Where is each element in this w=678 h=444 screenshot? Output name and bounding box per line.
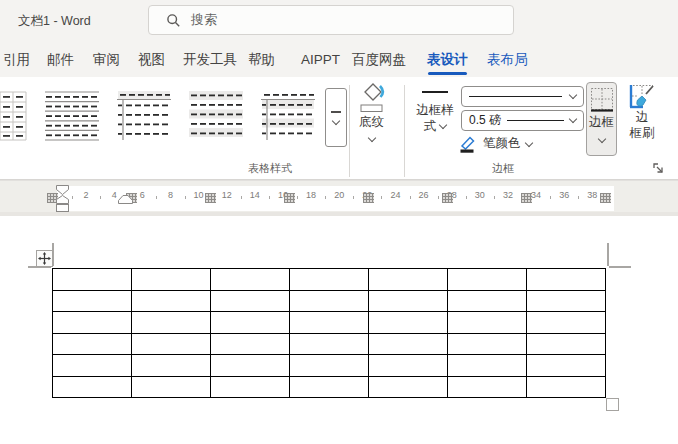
table-column-marker[interactable] (363, 193, 374, 203)
table-cell[interactable] (527, 312, 606, 334)
table-cell[interactable] (448, 334, 527, 356)
shading-label: 底纹 (359, 115, 384, 131)
chevron-down-icon (524, 139, 532, 147)
table-cell[interactable] (369, 377, 448, 399)
table-resize-handle[interactable] (606, 398, 619, 411)
table-cell[interactable] (211, 291, 290, 313)
table-cell[interactable] (132, 377, 211, 399)
ruler-tick (550, 196, 551, 199)
table-cell[interactable] (290, 377, 369, 399)
line-weight-preview (507, 120, 564, 122)
tab-view[interactable]: 视图 (138, 44, 165, 76)
pen-color-button[interactable]: 笔颜色 (459, 133, 539, 155)
document-table[interactable] (52, 268, 606, 398)
table-cell[interactable] (132, 355, 211, 377)
table-cell[interactable] (53, 312, 132, 334)
table-cell[interactable] (369, 291, 448, 313)
table-cell[interactable] (53, 269, 132, 291)
shading-button[interactable]: 底纹 (348, 81, 395, 155)
table-cell[interactable] (369, 334, 448, 356)
table-column-marker[interactable] (442, 193, 453, 203)
table-move-handle[interactable] (36, 250, 53, 267)
table-cell[interactable] (53, 334, 132, 356)
first-line-indent-marker[interactable] (56, 185, 69, 195)
group-divider (404, 85, 405, 177)
tab-developer[interactable]: 开发工具 (183, 44, 237, 76)
ruler-tick (297, 196, 298, 199)
table-cell[interactable] (132, 291, 211, 313)
table-cell[interactable] (211, 334, 290, 356)
list-banded-table-style-icon (260, 90, 316, 142)
ruler-number: 30 (471, 190, 489, 200)
table-column-marker[interactable] (284, 193, 295, 203)
table-cell[interactable] (132, 334, 211, 356)
borders-dialog-launcher[interactable] (653, 161, 667, 175)
table-cell[interactable] (211, 269, 290, 291)
table-cell[interactable] (369, 355, 448, 377)
ruler-tick (438, 196, 439, 199)
tab-table-layout[interactable]: 表布局 (487, 44, 528, 76)
horizontal-ruler[interactable]: 2468101214161820222426283032343638 (0, 180, 678, 212)
table-cell[interactable] (132, 312, 211, 334)
banded-table-style-icon (188, 90, 244, 142)
left-indent-marker[interactable] (56, 204, 69, 212)
pen-color-label: 笔颜色 (483, 136, 521, 152)
ruler-number: 14 (246, 190, 264, 200)
table-cell[interactable] (527, 355, 606, 377)
ruler-tick (241, 196, 242, 199)
table-cell[interactable] (448, 355, 527, 377)
table-cell[interactable] (211, 377, 290, 399)
table-cell[interactable] (290, 312, 369, 334)
table-cell[interactable] (290, 355, 369, 377)
table-cell[interactable] (448, 377, 527, 399)
table-style-thumbnail[interactable] (0, 90, 28, 142)
table-style-thumbnail[interactable] (260, 90, 316, 142)
table-cell[interactable] (290, 291, 369, 313)
tab-table-design[interactable]: 表设计 (427, 44, 468, 76)
table-cell[interactable] (369, 312, 448, 334)
table-cell[interactable] (527, 377, 606, 399)
table-style-thumbnail[interactable] (116, 90, 172, 142)
dialog-launcher-icon (653, 163, 665, 175)
margin-crop-mark-top-right-v (607, 243, 609, 266)
table-cell[interactable] (369, 269, 448, 291)
border-painter-button[interactable]: 边 框刷 (622, 83, 662, 155)
table-style-thumbnail[interactable] (188, 90, 244, 142)
table-column-marker[interactable] (600, 193, 611, 203)
tab-baidu-netdisk[interactable]: 百度网盘 (352, 44, 406, 76)
table-cell[interactable] (448, 269, 527, 291)
table-column-marker[interactable] (521, 193, 532, 203)
gallery-more-button[interactable] (325, 88, 347, 147)
table-cell[interactable] (527, 334, 606, 356)
table-style-thumbnail[interactable] (44, 90, 100, 142)
table-cell[interactable] (211, 312, 290, 334)
table-cell[interactable] (290, 334, 369, 356)
table-styles-group-label: 表格样式 (200, 161, 340, 176)
line-style-dropdown[interactable] (461, 86, 584, 107)
table-cell[interactable] (448, 312, 527, 334)
table-cell[interactable] (132, 269, 211, 291)
tab-aippt[interactable]: AIPPT (301, 44, 340, 76)
tab-review[interactable]: 审阅 (93, 44, 120, 76)
tab-mailings[interactable]: 邮件 (47, 44, 74, 76)
table-cell[interactable] (53, 355, 132, 377)
chevron-down-icon (569, 91, 577, 99)
table-cell[interactable] (53, 377, 132, 399)
borders-button[interactable]: 边框 (586, 82, 617, 156)
table-cell[interactable] (53, 291, 132, 313)
table-cell[interactable] (527, 269, 606, 291)
tab-references[interactable]: 引用 (3, 44, 30, 76)
search-input[interactable]: 搜索 (148, 5, 514, 35)
border-styles-button[interactable]: 边框样 式 (412, 87, 458, 151)
tab-help[interactable]: 帮助 (248, 44, 275, 76)
ruler-tick (494, 196, 495, 199)
table-column-marker[interactable] (205, 193, 216, 203)
line-weight-dropdown[interactable]: 0.5 磅 (461, 110, 584, 131)
table-cell[interactable] (290, 269, 369, 291)
table-cell[interactable] (211, 355, 290, 377)
table-cell[interactable] (448, 291, 527, 313)
right-indent-marker[interactable] (118, 195, 133, 204)
ribbon-tab-bar: 引用 邮件 审阅 视图 开发工具 帮助 AIPPT 百度网盘 表设计 表布局 (0, 44, 678, 77)
table-cell[interactable] (527, 291, 606, 313)
ruler-number: 24 (386, 190, 404, 200)
